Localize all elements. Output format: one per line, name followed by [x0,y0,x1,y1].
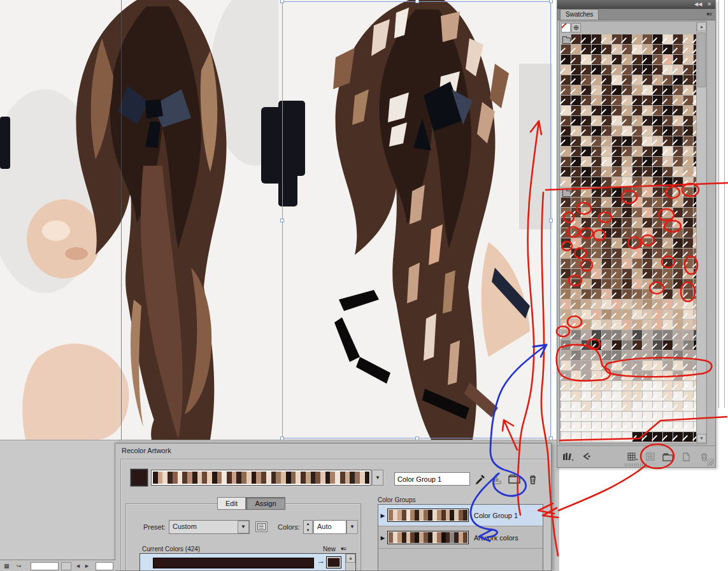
expand-triangle-icon[interactable]: ▶ [378,512,387,519]
list-view-icon[interactable] [645,451,656,463]
swatch[interactable] [653,65,662,75]
swatch[interactable] [612,167,622,177]
swatch[interactable] [683,238,693,248]
swatch[interactable] [663,55,673,64]
swatch[interactable] [663,218,673,228]
swatch[interactable] [622,34,632,44]
swatch[interactable] [582,96,591,105]
swatch[interactable] [582,65,591,75]
swatch[interactable] [632,65,642,75]
swatch[interactable] [571,432,581,442]
swatch[interactable] [632,96,642,105]
color-group-name-field[interactable] [394,472,470,486]
swatch[interactable] [592,126,601,136]
swatch[interactable] [673,126,683,136]
swatch[interactable] [643,289,652,299]
swatch[interactable] [683,228,693,238]
swatch[interactable] [592,65,601,75]
swatch[interactable] [653,187,662,197]
swatch[interactable] [673,167,683,177]
swatch[interactable] [571,351,581,360]
swatch[interactable] [673,412,683,421]
swatch[interactable] [582,106,591,115]
swatch[interactable] [561,228,571,238]
swatch[interactable] [571,238,581,248]
swatch[interactable] [561,310,571,319]
swatch[interactable] [571,85,581,95]
swatch[interactable] [653,401,662,411]
swatch[interactable] [571,177,581,187]
swatch[interactable] [673,289,683,299]
swatch[interactable] [622,351,632,360]
swatch[interactable] [632,106,642,115]
swatch[interactable] [592,391,601,401]
swatch[interactable] [602,330,611,340]
new-swatch-icon[interactable] [681,451,692,463]
swatch[interactable] [643,218,652,228]
swatch[interactable] [561,136,571,146]
swatch[interactable] [561,106,571,115]
swatch[interactable] [571,106,581,115]
swatch[interactable] [622,401,632,411]
swatch[interactable] [663,269,673,278]
export-icon[interactable]: ↪ [17,563,22,569]
swatch[interactable] [632,401,642,411]
swatch[interactable] [683,259,693,268]
save-group-icon[interactable] [490,473,504,486]
swatch[interactable] [643,401,652,411]
panel-drag-ribs[interactable] [625,463,646,466]
swatch[interactable] [683,289,693,299]
swatch[interactable] [592,167,601,177]
swatch[interactable] [612,116,622,126]
swatch[interactable] [673,371,683,380]
swatch[interactable] [663,65,673,75]
swatch[interactable] [643,320,652,329]
swatch[interactable] [612,198,622,207]
swatch[interactable] [643,310,652,319]
swatch[interactable] [612,96,622,105]
swatch[interactable] [653,116,662,126]
swatch[interactable] [582,147,591,156]
expand-triangle-icon[interactable]: ▶ [378,535,387,541]
swatch[interactable] [683,85,693,95]
swatch[interactable] [582,126,591,136]
swatch[interactable] [653,228,662,238]
swatch[interactable] [612,361,622,370]
tab-edit[interactable]: Edit [217,497,246,510]
swatch[interactable] [612,249,622,258]
swatch[interactable] [592,157,601,166]
swatch[interactable] [622,55,632,64]
swatch[interactable] [643,147,652,156]
swatch[interactable] [612,422,622,431]
swatch-scrollbar[interactable]: ▲ ▼ [696,22,706,443]
swatch[interactable] [663,187,673,197]
swatch[interactable] [683,126,693,136]
swatch[interactable] [592,177,601,187]
swatch[interactable] [612,126,622,136]
swatch[interactable] [592,289,601,299]
tab-assign[interactable]: Assign [246,497,285,510]
swatch[interactable] [653,208,662,217]
swatch[interactable] [582,34,591,44]
swatch[interactable] [653,269,662,278]
swatch[interactable] [683,249,693,258]
zoom-field[interactable] [31,562,59,570]
swatch[interactable] [622,340,632,350]
swatch[interactable] [582,167,591,177]
swatch[interactable] [643,96,652,105]
swatch[interactable] [622,198,632,207]
swatch[interactable] [602,422,611,431]
swatch[interactable] [673,432,683,442]
swatch[interactable] [663,371,673,380]
swatch[interactable] [582,289,591,299]
swatch[interactable] [612,432,622,442]
swatch[interactable] [673,422,683,431]
swatch[interactable] [592,381,601,391]
swatch[interactable] [622,422,632,431]
swatch[interactable] [612,45,622,54]
swatch[interactable] [602,65,611,75]
swatch[interactable] [592,340,601,350]
swatch[interactable] [663,75,673,85]
swatch[interactable] [602,300,611,309]
swatch[interactable] [632,289,642,299]
